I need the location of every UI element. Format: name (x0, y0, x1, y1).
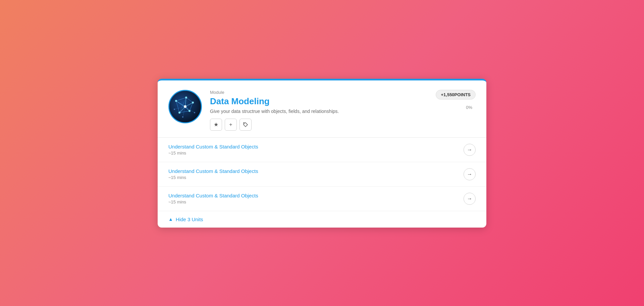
unit-info: Understand Custom & Standard Objects ~15… (168, 168, 464, 180)
card-body: Understand Custom & Standard Objects ~15… (158, 138, 486, 228)
svg-point-23 (174, 109, 175, 110)
unit-title: Understand Custom & Standard Objects (168, 193, 464, 198)
hide-units-row[interactable]: ▲ Hide 3 Units (158, 211, 486, 228)
module-title: Data Modeling (210, 96, 428, 107)
unit-info: Understand Custom & Standard Objects ~15… (168, 193, 464, 204)
chevron-up-icon: ▲ (168, 217, 173, 222)
unit-title: Understand Custom & Standard Objects (168, 144, 464, 149)
svg-point-26 (244, 123, 245, 124)
module-card: Module Data Modeling Give your data stru… (158, 79, 486, 228)
points-badge: +1,550POINTS (436, 90, 476, 100)
header-right: +1,550POINTS 0% (436, 90, 476, 110)
svg-point-18 (178, 112, 180, 114)
svg-point-24 (194, 112, 195, 113)
svg-point-17 (189, 110, 191, 112)
tag-button[interactable] (239, 119, 252, 131)
unit-arrow-button[interactable]: → (464, 168, 476, 180)
svg-point-14 (185, 97, 187, 99)
module-image (168, 90, 202, 123)
unit-row[interactable]: Understand Custom & Standard Objects ~15… (158, 187, 486, 211)
unit-time: ~15 mins (168, 150, 464, 156)
unit-title: Understand Custom & Standard Objects (168, 168, 464, 174)
progress-row: 0% (466, 105, 476, 110)
add-button[interactable]: + (225, 119, 237, 131)
bookmark-button[interactable]: ★ (210, 119, 222, 131)
unit-info: Understand Custom & Standard Objects ~15… (168, 144, 464, 156)
svg-point-25 (182, 116, 183, 118)
card-header: Module Data Modeling Give your data stru… (158, 80, 486, 138)
svg-point-15 (192, 102, 194, 104)
svg-point-16 (175, 100, 177, 102)
header-content: Module Data Modeling Give your data stru… (210, 90, 428, 131)
action-row: ★ + (210, 119, 428, 131)
unit-arrow-button[interactable]: → (464, 193, 476, 205)
progress-label: 0% (466, 105, 472, 110)
unit-arrow-button[interactable]: → (464, 144, 476, 156)
unit-time: ~15 mins (168, 175, 464, 180)
unit-row[interactable]: Understand Custom & Standard Objects ~15… (158, 162, 486, 187)
module-label: Module (210, 90, 428, 95)
unit-time: ~15 mins (168, 199, 464, 204)
module-description: Give your data structrue with objects, f… (210, 109, 428, 114)
unit-row[interactable]: Understand Custom & Standard Objects ~15… (158, 138, 486, 162)
hide-units-label: Hide 3 Units (176, 217, 203, 222)
